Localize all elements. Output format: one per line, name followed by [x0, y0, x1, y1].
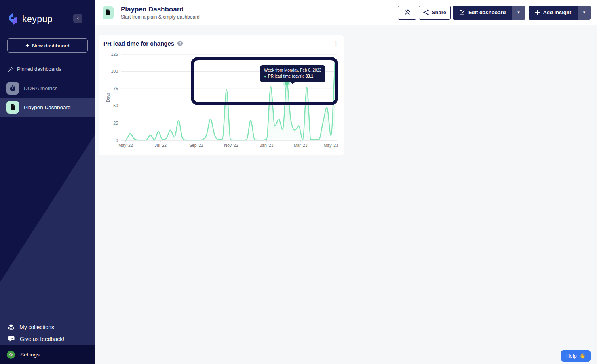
svg-text:May '23: May '23: [324, 143, 338, 148]
pinned-dashboards-list: DORA metrics Playpen Dashboard: [0, 79, 95, 117]
svg-text:Mar '23: Mar '23: [294, 143, 308, 148]
svg-text:0: 0: [116, 138, 118, 143]
sidebar-item-label: Playpen Dashboard: [24, 104, 71, 110]
add-insight-dropdown-caret[interactable]: ▾: [578, 6, 591, 20]
feedback-link[interactable]: Give us feedback!: [0, 333, 95, 345]
settings-button[interactable]: ✿ Settings: [0, 345, 95, 364]
sidebar: keypup ‹ + New dashboard Pinned dashboar…: [0, 0, 95, 364]
share-button[interactable]: Share: [419, 6, 451, 20]
keypup-logo[interactable]: keypup ‹: [7, 13, 88, 25]
pin-icon: [8, 66, 13, 72]
card-title: PR lead time for changes: [103, 40, 174, 47]
plus-icon: +: [26, 42, 29, 49]
stopwatch-icon: [6, 82, 19, 95]
edit-dashboard-button[interactable]: Edit dashboard: [453, 6, 512, 20]
dashboard-canvas: 0255075100125DaysMay '22Jul '22Sep '22No…: [95, 25, 597, 364]
pinned-dashboards-header: Pinned dashboards: [8, 66, 61, 72]
chart-tooltip: Week from Monday, Feb 6, 2023 ● PR lead …: [260, 65, 325, 82]
pr-lead-time-card: 0255075100125DaysMay '22Jul '22Sep '22No…: [99, 35, 344, 155]
dashboard-document-icon: [103, 6, 114, 19]
my-collections-link[interactable]: My collections: [0, 321, 95, 333]
edit-icon: [459, 9, 465, 15]
document-icon: [6, 101, 19, 114]
svg-text:Nov '22: Nov '22: [224, 143, 238, 148]
svg-text:100: 100: [111, 69, 118, 74]
sidebar-item-dora-metrics[interactable]: DORA metrics: [0, 79, 95, 98]
help-tooltip-icon[interactable]: ?: [177, 41, 183, 46]
tooltip-series-label: PR lead time (days):: [268, 74, 304, 80]
svg-text:25: 25: [113, 121, 118, 125]
tooltip-value: 83.1: [306, 74, 313, 80]
help-button[interactable]: Help 👋: [561, 350, 591, 362]
sidebar-item-playpen-dashboard[interactable]: Playpen Dashboard: [0, 98, 95, 117]
add-insight-split-button: Add insight ▾: [529, 6, 591, 20]
svg-text:Sep '22: Sep '22: [189, 143, 203, 148]
svg-text:75: 75: [113, 86, 118, 91]
tooltip-date: Week from Monday, Feb 6, 2023: [264, 68, 321, 74]
page-subtitle: Start from a plain & empty dashboard: [121, 14, 200, 20]
unpin-icon: [404, 9, 411, 16]
logo-text: keypup: [22, 14, 53, 25]
series-bullet-icon: ●: [264, 74, 266, 80]
add-insight-button[interactable]: Add insight: [529, 6, 578, 20]
svg-text:Days: Days: [106, 93, 110, 102]
layers-icon: [8, 324, 14, 330]
sidebar-item-label: DORA metrics: [24, 85, 58, 91]
collapse-sidebar-button[interactable]: ‹: [73, 14, 82, 23]
new-dashboard-button[interactable]: + New dashboard: [7, 38, 88, 53]
card-menu-kebab-icon[interactable]: ⋮: [331, 39, 341, 48]
svg-text:Jan '23: Jan '23: [260, 143, 274, 148]
share-icon: [423, 9, 429, 15]
keypup-logo-icon: [7, 13, 19, 25]
svg-text:May '22: May '22: [118, 143, 133, 148]
avatar: ✿: [7, 351, 15, 359]
edit-dashboard-dropdown-caret[interactable]: ▾: [512, 6, 525, 20]
chat-bubble-icon: [8, 336, 15, 342]
unpin-dashboard-button[interactable]: [398, 6, 416, 20]
sidebar-divider: [12, 318, 83, 318]
edit-dashboard-split-button: Edit dashboard ▾: [453, 6, 525, 20]
sidebar-divider: [12, 31, 83, 31]
wave-emoji: 👋: [579, 353, 586, 359]
page-title: Playpen Dashboard: [121, 5, 200, 13]
svg-text:125: 125: [111, 52, 118, 57]
svg-text:Jul '22: Jul '22: [155, 143, 167, 148]
page-header: Playpen Dashboard Start from a plain & e…: [95, 0, 597, 25]
plus-icon: [535, 10, 540, 15]
svg-text:50: 50: [113, 103, 118, 108]
pr-lead-time-chart[interactable]: 0255075100125DaysMay '22Jul '22Sep '22No…: [99, 35, 344, 156]
